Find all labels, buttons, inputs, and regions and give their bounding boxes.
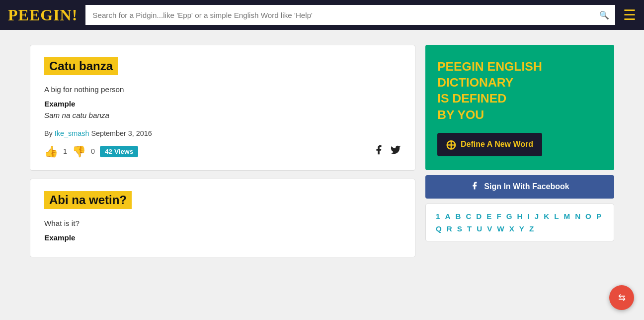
alpha-n[interactable]: N	[575, 212, 580, 220]
upvote-count: 1	[63, 147, 67, 155]
search-button[interactable]: 🔍	[593, 5, 615, 25]
example-text: Sam na catu banza	[44, 111, 401, 119]
promo-line3: IS DEFINED	[437, 92, 506, 105]
site-logo: PeeGIN!	[8, 6, 78, 24]
sidebar: PEEGIN ENGLISH DICTIONARY IS DEFINED BY …	[425, 45, 614, 257]
downvote-button[interactable]: 👎	[72, 145, 86, 158]
thumbs-up-icon: 👍	[44, 145, 58, 158]
define-btn-label: Define A New Word	[461, 140, 533, 149]
alpha-z[interactable]: Z	[529, 224, 534, 233]
alpha-f[interactable]: F	[496, 212, 501, 220]
alpha-x[interactable]: X	[509, 224, 514, 233]
alpha-m[interactable]: M	[564, 212, 570, 220]
word-title: Catu banza	[44, 57, 118, 75]
plus-square-icon: ⨁	[446, 139, 456, 150]
social-icons	[373, 144, 401, 158]
facebook-signin-button[interactable]: Sign In With Facebook	[425, 175, 614, 199]
upvote-button[interactable]: 👍	[44, 145, 58, 158]
example-label: Example	[44, 100, 401, 108]
author-link[interactable]: Ike_smash	[55, 129, 89, 137]
actions-row: 👍 1 👎 0 42 Views	[44, 144, 401, 158]
alpha-row-1: 1 A B C D E F G H I J K L M N O P	[436, 212, 604, 220]
alpha-d[interactable]: D	[476, 212, 482, 220]
alpha-j[interactable]: J	[535, 212, 539, 220]
alpha-v[interactable]: V	[487, 224, 492, 233]
search-wrapper: 🔍	[85, 5, 615, 25]
twitter-icon	[390, 144, 401, 155]
alpha-b[interactable]: B	[455, 212, 461, 220]
alpha-1[interactable]: 1	[436, 212, 440, 220]
alpha-s[interactable]: S	[457, 224, 462, 233]
facebook-share-link[interactable]	[373, 144, 384, 158]
alpha-e[interactable]: E	[486, 212, 491, 220]
alpha-q[interactable]: Q	[436, 224, 442, 233]
alphabet-nav: 1 A B C D E F G H I J K L M N O P Q R	[425, 204, 614, 241]
example-label-2: Example	[44, 233, 401, 242]
word-title-2: Abi na wetin?	[44, 191, 132, 209]
word-card-abi-na-wetin: Abi na wetin? What is it? Example	[30, 179, 415, 257]
alpha-l[interactable]: L	[554, 212, 559, 220]
promo-line4: BY YOU	[437, 108, 484, 121]
alpha-g[interactable]: G	[506, 212, 512, 220]
facebook-signin-label: Sign In With Facebook	[484, 182, 569, 191]
alpha-k[interactable]: K	[544, 212, 549, 220]
promo-line2: DICTIONARY	[437, 76, 513, 89]
alpha-r[interactable]: R	[447, 224, 452, 233]
downvote-count: 0	[91, 147, 95, 155]
alpha-o[interactable]: O	[585, 212, 591, 220]
definition-text: A big for nothing person	[44, 85, 401, 94]
content-area: Catu banza A big for nothing person Exam…	[30, 45, 415, 257]
twitter-share-link[interactable]	[390, 144, 401, 158]
alpha-w[interactable]: W	[497, 224, 504, 233]
definition-text-2: What is it?	[44, 219, 401, 227]
main-container: Catu banza A big for nothing person Exam…	[0, 30, 644, 272]
word-card-catu-banza: Catu banza A big for nothing person Exam…	[30, 45, 415, 171]
alpha-u[interactable]: U	[477, 224, 482, 233]
define-word-button[interactable]: ⨁ Define A New Word	[437, 133, 542, 156]
vote-section: 👍 1 👎 0 42 Views	[44, 145, 138, 158]
facebook-f-icon	[470, 181, 479, 193]
alpha-p[interactable]: P	[596, 212, 601, 220]
alpha-a[interactable]: A	[445, 212, 450, 220]
header: PeeGIN! 🔍 ☰	[0, 0, 644, 30]
alpha-h[interactable]: H	[517, 212, 523, 220]
alpha-t[interactable]: T	[467, 224, 472, 233]
alpha-i[interactable]: I	[528, 212, 530, 220]
facebook-icon	[373, 144, 384, 155]
hamburger-icon[interactable]: ☰	[623, 6, 636, 23]
promo-line1: PEEGIN ENGLISH	[437, 60, 542, 73]
alpha-y[interactable]: Y	[519, 224, 524, 233]
meta-line: By Ike_smash September 3, 2016	[44, 129, 401, 137]
alpha-c[interactable]: C	[466, 212, 471, 220]
search-icon: 🔍	[599, 10, 609, 20]
post-date-value: September 3, 2016	[91, 129, 152, 137]
search-input[interactable]	[85, 5, 593, 25]
views-badge: 42 Views	[100, 146, 138, 157]
alpha-row-2: Q R S T U V W X Y Z	[436, 224, 604, 233]
promo-title: PEEGIN ENGLISH DICTIONARY IS DEFINED BY …	[437, 59, 602, 123]
sidebar-promo: PEEGIN ENGLISH DICTIONARY IS DEFINED BY …	[425, 45, 614, 170]
thumbs-down-icon: 👎	[72, 145, 86, 158]
by-label: By	[44, 129, 53, 137]
